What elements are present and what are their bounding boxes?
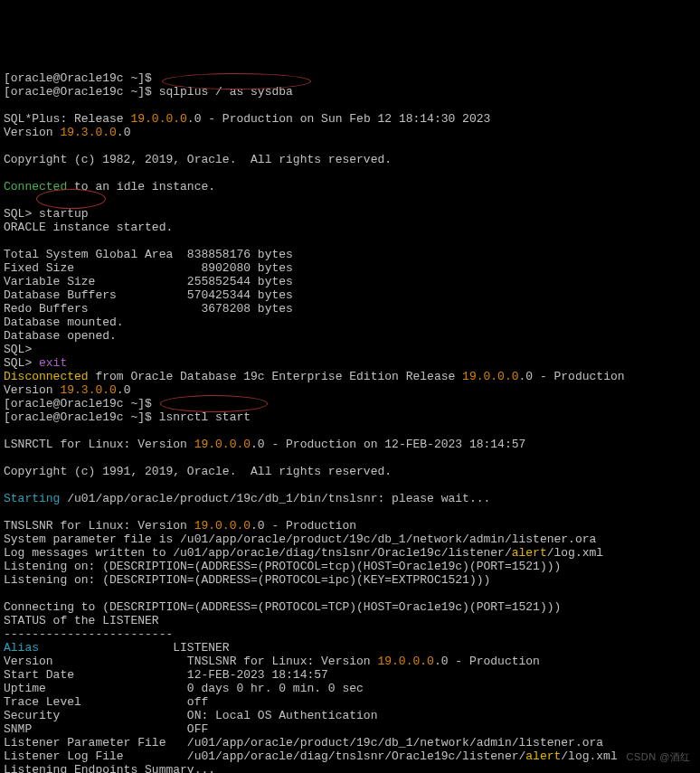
line: Security ON: Local OS Authentication [4,709,377,722]
copyright: Copyright (c) 1991, 2019, Oracle. All ri… [4,465,392,478]
line: .0 - Production [251,519,356,533]
cmd-lsnrctl: lsnrctl start [159,410,251,424]
sql-prompt: SQL> [4,356,39,370]
alias-label: Alias [4,641,39,655]
line: Version TNSLSNR for Linux: Version [4,655,377,668]
line: /log.xml [561,749,617,763]
line: Listener Log File /u01/app/oracle/diag/t… [4,749,525,763]
copyright: Copyright (c) 1982, 2019, Oracle. All ri… [4,153,392,166]
line: .0 - Production on Sun Feb 12 18:14:30 2… [187,112,490,126]
line: Listening on: (DESCRIPTION=(ADDRESS=(PRO… [4,560,561,573]
starting-label: Starting [4,492,60,505]
line: Database Buffers 570425344 bytes [4,288,293,302]
terminal-output: [oracle@Oracle19c ~]$ [oracle@Oracle19c … [4,58,696,773]
line: ORACLE instance started. [4,221,173,234]
divider: ------------------------ [4,627,173,641]
line: Database mounted. [4,316,124,329]
line: /log.xml [547,546,603,560]
line: .0 - Production [434,655,540,668]
watermark: CSDN @酒红 [627,750,691,764]
ver: 19.3.0.0 [60,383,116,397]
line: Listener Parameter File /u01/app/oracle/… [4,736,603,749]
shell-prompt: [oracle@Oracle19c ~]$ [4,71,152,85]
ver: 19.0.0.0 [377,655,433,668]
alias-val: LISTENER [173,641,229,655]
line: System parameter file is /u01/app/oracle… [4,533,596,546]
line: Redo Buffers 3678208 bytes [4,302,293,316]
ver: 19.0.0.0 [194,519,251,533]
cmd-sqlplus: sqlplus / as sysdba [159,85,293,99]
line: STATUS of the LISTENER [4,614,159,627]
shell-prompt: [oracle@Oracle19c ~]$ [4,85,159,99]
line: .0 - Production on 12-FEB-2023 18:14:57 [251,438,525,451]
line: Database opened. [4,329,117,343]
line: LSNRCTL for Linux: Version [4,438,194,451]
ver: 19.0.0.0 [462,370,518,383]
line: Listening on: (DESCRIPTION=(ADDRESS=(PRO… [4,573,490,587]
line: to an idle instance. [67,180,215,193]
sql-prompt: SQL> [4,207,39,221]
line: /u01/app/oracle/product/19c/db_1/bin/tns… [60,492,490,505]
line: Version [4,126,60,139]
line: Trace Level off [4,695,208,709]
cmd-exit: exit [39,356,67,370]
connected-label: Connected [4,180,67,193]
shell-prompt: [oracle@Oracle19c ~]$ [4,397,152,410]
line: Fixed Size 8902080 bytes [4,261,293,275]
cmd-startup: startup [39,207,89,221]
line: SQL*Plus: Release [4,112,130,126]
line: .0 [117,383,131,397]
pad [39,641,173,655]
line: Listening Endpoints Summary... [4,763,215,773]
line: TNSLSNR for Linux: Version [4,519,194,533]
sql-prompt: SQL> [4,343,39,356]
line: Total System Global Area 838858176 bytes [4,248,293,261]
line: Uptime 0 days 0 hr. 0 min. 0 sec [4,682,364,695]
line: Variable Size 255852544 bytes [4,275,293,288]
alert-label: alert [512,546,547,560]
ver: 19.0.0.0 [194,438,251,451]
line: from Oracle Database 19c Enterprise Edit… [89,370,462,383]
line: Log messages written to /u01/app/oracle/… [4,546,512,560]
line: .0 [117,126,131,139]
disconnected-label: Disconnected [4,370,89,383]
alert-label: alert [525,749,561,763]
line: .0 - Production [519,370,625,383]
line: Version [4,383,60,397]
shell-prompt: [oracle@Oracle19c ~]$ [4,410,159,424]
line: SNMP OFF [4,722,208,736]
ver: 19.0.0.0 [130,112,186,126]
line: Start Date 12-FEB-2023 18:14:57 [4,668,328,682]
line: Connecting to (DESCRIPTION=(ADDRESS=(PRO… [4,600,561,614]
ver: 19.3.0.0 [60,126,116,139]
